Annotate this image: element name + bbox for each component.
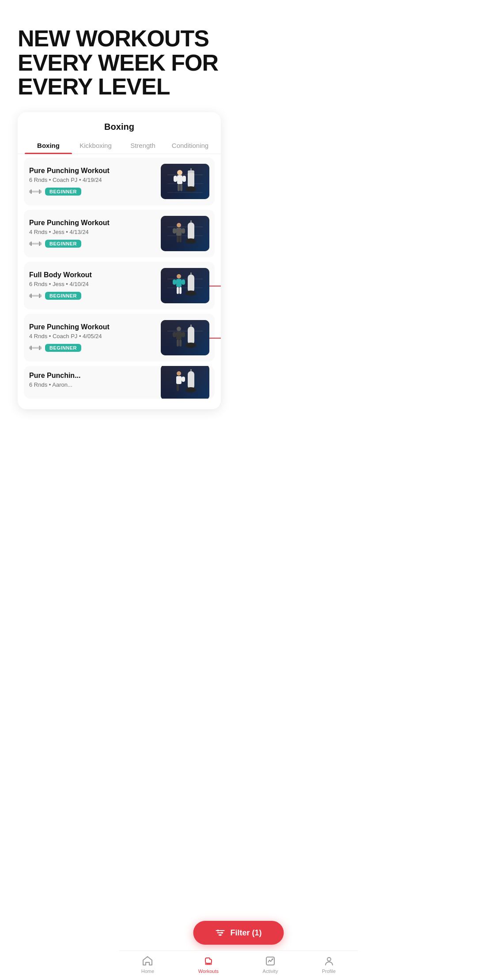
svg-rect-54 [40,347,42,349]
workout-thumbnail [161,268,209,303]
svg-rect-14 [174,176,177,182]
difficulty-badge: BEGINNER [45,188,81,196]
workout-meta: 4 Rnds • Jess • 4/13/24 [29,229,155,235]
svg-point-67 [186,387,196,392]
svg-rect-36 [32,295,39,297]
workout-meta: 6 Rnds • Coach PJ • 4/19/24 [29,177,155,183]
svg-rect-47 [182,279,185,285]
svg-rect-8 [190,168,192,171]
workout-info: Pure Punching Workout 4 Rnds • Jess • 4/… [29,219,155,248]
svg-rect-9 [188,170,194,188]
workout-info: Full Body Workout 6 Rnds • Jess • 4/10/2… [29,271,155,300]
workout-item[interactable]: Full Body Workout 6 Rnds • Jess • 4/10/2… [24,262,215,309]
workout-tags: BEGINNER [29,240,155,248]
svg-rect-63 [177,339,179,347]
workout-info: Pure Punchin... 6 Rnds • Aaron... [29,372,155,392]
card-header: Boxing [18,112,221,136]
svg-rect-31 [182,228,185,234]
svg-rect-61 [173,332,176,337]
svg-rect-48 [177,287,179,294]
svg-point-28 [177,223,181,227]
workout-thumbnail [161,366,209,399]
svg-rect-32 [177,236,179,242]
workout-tags: BEGINNER [29,292,155,300]
svg-rect-1 [30,189,32,194]
workout-title: Pure Punchin... [29,372,155,380]
workout-item[interactable]: Pure Punchin... 6 Rnds • Aaron... [24,366,215,399]
tab-strength[interactable]: Strength [119,136,167,154]
hero-title: NEW WORKOUTS EVERY WEEK FOR EVERY LEVEL [0,0,238,112]
svg-point-27 [186,238,196,244]
workout-tags: BEGINNER [29,344,155,352]
workout-meta: 4 Rnds • Coach PJ • 4/05/24 [29,333,155,339]
svg-point-12 [177,170,182,175]
svg-rect-49 [179,287,182,294]
svg-rect-2 [32,191,39,192]
workout-item[interactable]: Pure Punching Workout 4 Rnds • Jess • 4/… [24,210,215,257]
svg-rect-10 [188,170,194,173]
workout-card-container: Boxing Boxing Kickboxing Strength Condit… [18,112,221,409]
svg-rect-20 [32,243,39,245]
svg-point-68 [177,371,181,376]
svg-rect-70 [182,377,185,382]
workout-thumbnail [161,320,209,355]
svg-rect-45 [176,279,182,287]
workout-info: Pure Punching Workout 6 Rnds • Coach PJ … [29,167,155,196]
workout-item[interactable]: Pure Punching Workout 6 Rnds • Coach PJ … [24,158,215,205]
svg-point-44 [177,274,181,279]
svg-rect-57 [188,327,194,344]
svg-rect-33 [179,236,182,242]
workout-tags: BEGINNER [29,188,155,196]
svg-rect-16 [178,184,180,191]
svg-rect-38 [40,294,42,297]
dumbbell-icon [29,188,42,195]
workout-info: Pure Punching Workout 4 Rnds • Coach PJ … [29,323,155,352]
difficulty-badge: BEGINNER [45,292,81,300]
svg-point-58 [186,343,196,348]
svg-rect-46 [173,279,176,285]
dumbbell-icon [29,292,42,299]
workout-title: Full Body Workout [29,271,155,279]
svg-rect-65 [190,369,192,372]
workout-title: Pure Punching Workout [29,167,155,175]
svg-rect-30 [173,228,176,234]
workout-meta: 6 Rnds • Jess • 4/10/24 [29,281,155,287]
difficulty-badge: BEGINNER [45,344,81,352]
svg-rect-29 [176,228,182,236]
svg-rect-42 [188,275,194,292]
workout-title: Pure Punching Workout [29,219,155,227]
svg-rect-25 [190,220,192,223]
workout-item[interactable]: Pure Punching Workout 4 Rnds • Coach PJ … [24,314,215,362]
workout-thumbnail [161,164,209,199]
svg-rect-71 [177,384,179,391]
svg-rect-69 [176,376,182,384]
svg-rect-22 [40,242,42,245]
svg-point-11 [186,186,196,192]
svg-rect-4 [40,190,42,193]
svg-rect-26 [188,222,194,240]
svg-rect-60 [176,332,182,339]
svg-rect-56 [190,324,192,327]
tab-boxing[interactable]: Boxing [25,136,72,154]
workout-list: Pure Punching Workout 6 Rnds • Coach PJ … [18,154,221,405]
svg-rect-64 [179,339,182,347]
dumbbell-icon [29,344,42,351]
svg-point-43 [186,290,196,296]
dumbbell-icon [29,240,42,247]
workout-thumbnail [161,216,209,251]
tab-kickboxing[interactable]: Kickboxing [72,136,119,154]
svg-rect-15 [182,176,186,182]
svg-rect-13 [177,175,182,184]
svg-rect-41 [190,272,192,275]
tab-conditioning[interactable]: Conditioning [167,136,214,154]
workout-meta: 6 Rnds • Aaron... [29,381,155,388]
svg-rect-19 [30,241,32,246]
svg-rect-35 [30,294,32,298]
tab-bar: Boxing Kickboxing Strength Conditioning [18,136,221,154]
svg-point-59 [177,327,181,331]
difficulty-badge: BEGINNER [45,240,81,248]
workout-title: Pure Punching Workout [29,323,155,331]
svg-rect-62 [182,332,185,337]
svg-rect-66 [188,371,194,389]
svg-rect-52 [32,347,39,349]
